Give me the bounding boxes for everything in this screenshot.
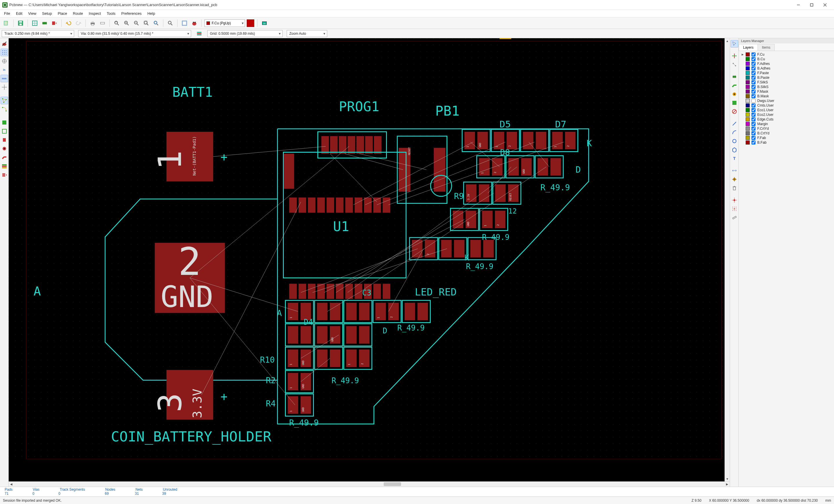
- units-mm-button[interactable]: mm: [1, 75, 8, 82]
- layer-color-swatch[interactable]: [746, 94, 750, 98]
- zoom-selection-button[interactable]: [152, 19, 160, 27]
- layer-row-eco1-user[interactable]: Eco1.User: [741, 108, 832, 112]
- layer-row-b-crtyd[interactable]: B.CrtYd: [741, 131, 832, 135]
- cursor-shape-button[interactable]: [1, 83, 8, 91]
- layer-color-swatch[interactable]: [746, 57, 750, 61]
- layer-visibility-checkbox[interactable]: [751, 94, 755, 98]
- layer-color-swatch[interactable]: [746, 127, 750, 131]
- layer-row-f-mask[interactable]: F.Mask: [741, 89, 832, 94]
- menu-setup[interactable]: Setup: [39, 10, 55, 17]
- menu-preferences[interactable]: Preferences: [118, 10, 145, 17]
- layer-row-b-silks[interactable]: B.SilkS: [741, 85, 832, 89]
- layer-visibility-checkbox[interactable]: [751, 117, 755, 122]
- layer-visibility-checkbox[interactable]: [751, 80, 755, 84]
- layer-color-swatch[interactable]: [746, 89, 750, 93]
- layer-visibility-checkbox[interactable]: [751, 71, 755, 75]
- curved-ratsnest-button[interactable]: [1, 105, 8, 113]
- layer-visibility-checkbox[interactable]: [751, 104, 755, 107]
- grid-combo[interactable]: Grid: 0.5000 mm (19.69 mils): [207, 30, 283, 37]
- layer-visibility-checkbox[interactable]: [751, 127, 755, 131]
- route-track-button[interactable]: [731, 82, 738, 89]
- show-grid-button[interactable]: [1, 49, 8, 56]
- layer-row-f-adhes[interactable]: F.Adhes: [741, 61, 832, 66]
- pcb-canvas[interactable]: A BATT1 PROG1 PB1 U1 COIN_BATTERY_HOLDER…: [9, 38, 725, 481]
- scripting-button[interactable]: py: [260, 19, 268, 27]
- layer-pair-button[interactable]: [247, 19, 254, 27]
- layer-visibility-checkbox[interactable]: [751, 52, 755, 57]
- undo-button[interactable]: [65, 19, 73, 27]
- horizontal-scrollbar[interactable]: ◀▶: [9, 481, 730, 487]
- drc-off-button[interactable]: [1, 40, 8, 47]
- layer-color-swatch[interactable]: [746, 122, 750, 126]
- layer-color-swatch[interactable]: [746, 140, 750, 145]
- layer-visibility-checkbox[interactable]: [751, 75, 755, 80]
- layer-row-f-silks[interactable]: F.SilkS: [741, 80, 832, 85]
- vertical-scrollbar[interactable]: ▲▼: [725, 38, 730, 481]
- track-width-combo[interactable]: Track: 0.250 mm (9.84 mils) *: [2, 30, 74, 37]
- menu-help[interactable]: Help: [145, 10, 158, 17]
- tab-layers[interactable]: Layers: [739, 44, 758, 51]
- layer-row-f-paste[interactable]: F.Paste: [741, 71, 832, 75]
- drc-button[interactable]: [190, 19, 198, 27]
- layer-visibility-checkbox[interactable]: [751, 113, 755, 117]
- auto-track-width-button[interactable]: [195, 29, 203, 38]
- layer-row-margin[interactable]: Margin: [741, 122, 832, 126]
- layer-visibility-checkbox[interactable]: [751, 131, 755, 135]
- contrast-mode-button[interactable]: [1, 162, 8, 170]
- draw-line-button[interactable]: [731, 120, 738, 128]
- layer-row-f-cu[interactable]: ▶F.Cu: [741, 52, 832, 57]
- layer-row-cmts-user[interactable]: Cmts.User: [741, 103, 832, 108]
- layer-row-b-cu[interactable]: B.Cu: [741, 57, 832, 61]
- add-target-button[interactable]: [731, 176, 738, 183]
- add-zone-button[interactable]: [731, 99, 738, 107]
- update-pcb-button[interactable]: [50, 19, 59, 27]
- active-layer-combo[interactable]: F.Cu (PgUp): [204, 19, 245, 27]
- layer-row-eco2-user[interactable]: Eco2.User: [741, 112, 832, 117]
- zoom-combo[interactable]: Zoom Auto: [287, 30, 327, 37]
- menu-view[interactable]: View: [25, 10, 39, 17]
- layer-row-f-crtyd[interactable]: F.CrtYd: [741, 126, 832, 131]
- local-ratsnest-button[interactable]: [731, 61, 738, 68]
- add-via-button[interactable]: [731, 90, 738, 98]
- layer-color-swatch[interactable]: [746, 99, 750, 103]
- layer-visibility-checkbox[interactable]: [751, 62, 755, 66]
- layer-visibility-checkbox[interactable]: [751, 85, 755, 89]
- layer-color-swatch[interactable]: [746, 66, 750, 70]
- layer-visibility-checkbox[interactable]: [751, 140, 755, 145]
- footprint-wizard-button[interactable]: [180, 19, 189, 27]
- tab-items[interactable]: Items: [758, 44, 775, 51]
- layer-color-swatch[interactable]: [746, 85, 750, 89]
- zoom-in-button[interactable]: [123, 19, 131, 27]
- show-ratsnest-button[interactable]: [1, 97, 8, 104]
- delete-button[interactable]: [731, 184, 738, 192]
- redo-button[interactable]: [74, 19, 83, 27]
- select-tool-button[interactable]: [731, 40, 738, 47]
- add-dimension-button[interactable]: [731, 167, 738, 174]
- layer-color-swatch[interactable]: [746, 131, 750, 135]
- layer-row-dwgs-user[interactable]: Dwgs.User: [741, 98, 832, 103]
- add-keepout-button[interactable]: [731, 108, 738, 115]
- zoom-out-button[interactable]: [132, 19, 140, 27]
- add-footprint-button[interactable]: [731, 73, 738, 81]
- plot-button[interactable]: [98, 19, 107, 27]
- via-display-button[interactable]: [1, 145, 8, 152]
- zoom-redraw-button[interactable]: [113, 19, 121, 27]
- menu-route[interactable]: Route: [70, 10, 86, 17]
- layer-color-swatch[interactable]: [746, 71, 750, 75]
- layer-color-swatch[interactable]: [746, 80, 750, 84]
- layer-visibility-checkbox[interactable]: [751, 57, 755, 61]
- footprint-editor-button[interactable]: [41, 19, 49, 27]
- measure-button[interactable]: [731, 214, 738, 221]
- show-zone-outlines-button[interactable]: [1, 128, 8, 135]
- highlight-net-button[interactable]: [731, 52, 738, 60]
- via-size-combo[interactable]: Via: 0.80 mm (31.5 mils)/ 0.40 mm (15.7 …: [78, 30, 191, 37]
- board-setup-button[interactable]: [31, 19, 39, 27]
- layer-visibility-checkbox[interactable]: [751, 122, 755, 126]
- print-button[interactable]: [89, 19, 97, 27]
- draw-arc-button[interactable]: [731, 129, 738, 136]
- layer-row-b-mask[interactable]: B.Mask: [741, 94, 832, 98]
- maximize-button[interactable]: [805, 0, 818, 10]
- close-button[interactable]: [818, 0, 832, 10]
- menu-edit[interactable]: Edit: [13, 10, 25, 17]
- menu-place[interactable]: Place: [55, 10, 70, 17]
